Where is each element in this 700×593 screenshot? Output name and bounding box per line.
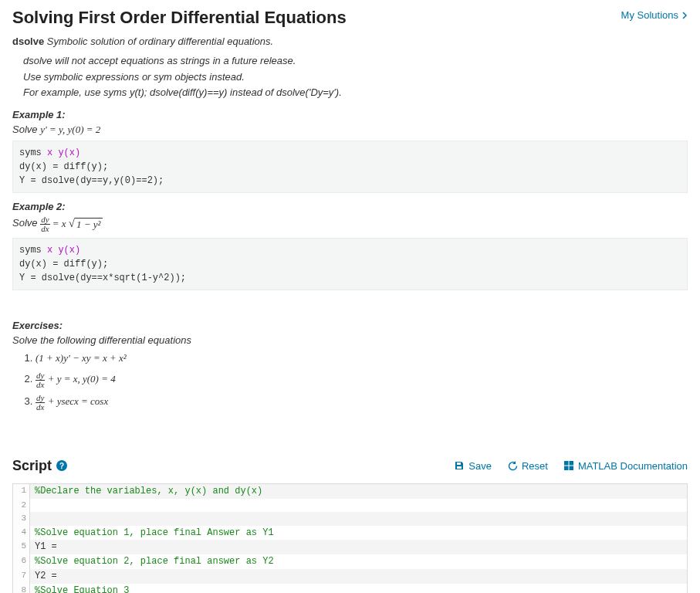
script-header-row: Script ? Save Reset MATLAB Documentation: [12, 458, 688, 474]
example1-title: Example 1:: [12, 109, 688, 120]
svg-rect-2: [564, 461, 569, 466]
desc-line-4: For example, use syms y(t); dsolve(diff(…: [12, 85, 688, 101]
exercise2-frac: dy dx: [36, 371, 45, 389]
code-editor[interactable]: 1%Declare the variables, x, y(x) and dy(…: [12, 483, 688, 593]
save-label: Save: [468, 460, 492, 472]
reset-icon: [507, 460, 518, 471]
example1-code-l1a: syms: [19, 147, 47, 158]
save-icon: [454, 460, 465, 471]
code-cell[interactable]: Y1 =: [30, 540, 687, 554]
example2-solve-prefix: Solve: [12, 218, 40, 229]
dsolve-keyword: dsolve: [12, 36, 44, 47]
desc-line-1b: of ordinary differential equations.: [128, 36, 274, 47]
example2-code-l2: dy(x) = diff(y);: [19, 259, 108, 269]
script-actions: Save Reset MATLAB Documentation: [454, 460, 688, 472]
exercise1-eq: (1 + x)y′ − xy = x + x²: [36, 352, 127, 364]
exercise3-frac: dy dx: [36, 394, 45, 412]
line-number: 1: [13, 484, 30, 499]
exercise2-rest: + y = x, y(0) = 4: [48, 373, 116, 385]
code-cell[interactable]: %Solve Equation 3: [30, 584, 687, 593]
docs-link[interactable]: MATLAB Documentation: [563, 460, 688, 472]
example1-solve-prefix: Solve: [12, 124, 40, 135]
desc-line-3: Use symbolic expressions or sym objects …: [12, 69, 688, 86]
line-number: 6: [13, 554, 30, 569]
example2-code-l1a: syms: [19, 245, 47, 256]
reset-button[interactable]: Reset: [507, 460, 548, 472]
page-title: Solving First Order Differential Equatio…: [12, 8, 347, 28]
example2-frac: dy dx: [40, 215, 49, 233]
exercise-item-1: (1 + x)y′ − xy = x + x²: [36, 351, 688, 367]
exercise3-frac-num: dy: [36, 394, 45, 402]
header-row: Solving First Order Differential Equatio…: [12, 8, 688, 28]
exercise-item-3: dy dx + ysecx = cosx: [36, 394, 688, 412]
svg-rect-4: [564, 466, 569, 471]
exercise2-frac-den: dx: [36, 380, 45, 389]
code-cell[interactable]: [30, 499, 687, 512]
editor-line[interactable]: 3: [13, 512, 687, 525]
script-heading-text: Script: [12, 458, 52, 474]
line-number: 3: [13, 512, 30, 525]
line-number: 5: [13, 540, 30, 554]
code-cell[interactable]: %Solve equation 2, place final answer as…: [30, 554, 687, 569]
example2-frac-den: dx: [40, 224, 49, 233]
svg-rect-5: [569, 466, 573, 471]
editor-line[interactable]: 4%Solve equation 1, place final Answer a…: [13, 526, 687, 540]
code-cell[interactable]: [30, 512, 687, 525]
exercise3-frac-den: dx: [36, 402, 45, 412]
docs-icon: [563, 460, 574, 471]
script-heading: Script ?: [12, 458, 67, 474]
example2-solve-line: Solve dy dx = x √ 1 − y²: [12, 215, 688, 233]
example1-code-l2: dy(x) = diff(y);: [19, 161, 108, 172]
svg-rect-0: [457, 463, 461, 465]
exercise3-rest: + ysecx = cosx: [48, 395, 109, 407]
docs-label: MATLAB Documentation: [578, 460, 688, 472]
code-cell[interactable]: %Declare the variables, x, y(x) and dy(x…: [30, 484, 687, 499]
example1-code-l3: Y = dsolve(dy==y,y(0)==2);: [19, 175, 164, 186]
exercises-title: Exercises:: [12, 320, 688, 331]
desc-line-1a: Symbolic solution: [44, 36, 127, 47]
description-block: dsolve Symbolic solution of ordinary dif…: [12, 34, 688, 101]
code-cell[interactable]: %Solve equation 1, place final Answer as…: [30, 526, 687, 540]
exercise2-frac-num: dy: [36, 371, 45, 380]
exercises-subtitle: Solve the following differential equatio…: [12, 334, 688, 346]
example2-code-l1b: x y(x): [47, 245, 80, 256]
chevron-right-icon: [681, 12, 688, 19]
desc-line-2: dsolve will not accept equations as stri…: [12, 53, 688, 69]
desc-line-1: dsolve Symbolic solution of ordinary dif…: [12, 34, 688, 50]
editor-line[interactable]: 8%Solve Equation 3: [13, 584, 687, 593]
line-number: 7: [13, 569, 30, 584]
line-number: 4: [13, 526, 30, 540]
editor-line[interactable]: 7Y2 =: [13, 569, 687, 584]
example1-solve-line: Solve y′ = y, y(0) = 2: [12, 124, 688, 136]
example2-sqrt: √ 1 − y²: [69, 218, 103, 231]
editor-line[interactable]: 2: [13, 499, 687, 512]
editor-line[interactable]: 1%Declare the variables, x, y(x) and dy(…: [13, 484, 687, 499]
exercise-list: (1 + x)y′ − xy = x + x² dy dx + y = x, y…: [36, 351, 688, 412]
radical-icon: √: [69, 218, 75, 231]
example1-code-l1b: x y(x): [47, 147, 80, 158]
example2-title: Example 2:: [12, 201, 688, 212]
example2-equation: dy dx = x √ 1 − y²: [40, 218, 102, 229]
editor-line[interactable]: 5Y1 =: [13, 540, 687, 554]
example2-sqrt-body: 1 − y²: [75, 218, 102, 231]
example2-eq-mid: = x: [52, 218, 69, 229]
example2-codeblock: syms x y(x) dy(x) = diff(y); Y = dsolve(…: [12, 238, 688, 290]
example1-equation: y′ = y, y(0) = 2: [40, 124, 100, 135]
save-button[interactable]: Save: [454, 460, 492, 472]
line-number: 8: [13, 584, 30, 593]
example1-codeblock: syms x y(x) dy(x) = diff(y); Y = dsolve(…: [12, 141, 688, 193]
svg-rect-1: [457, 466, 462, 469]
help-icon[interactable]: ?: [56, 460, 67, 471]
example2-code-l3: Y = dsolve(dy==x*sqrt(1-y^2));: [19, 273, 186, 283]
example2-frac-num: dy: [40, 215, 49, 224]
my-solutions-label: My Solutions: [621, 9, 678, 21]
code-cell[interactable]: Y2 =: [30, 569, 687, 584]
svg-rect-3: [569, 461, 573, 466]
exercise-item-2: dy dx + y = x, y(0) = 4: [36, 371, 688, 389]
editor-line[interactable]: 6%Solve equation 2, place final answer a…: [13, 554, 687, 569]
line-number: 2: [13, 499, 30, 512]
my-solutions-link[interactable]: My Solutions: [621, 9, 688, 21]
reset-label: Reset: [522, 460, 548, 472]
